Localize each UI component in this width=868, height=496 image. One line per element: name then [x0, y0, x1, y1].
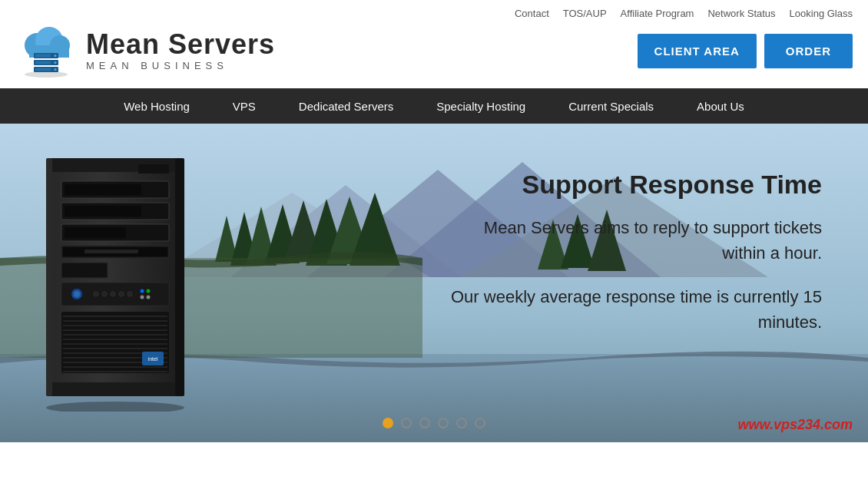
svg-point-7: [55, 55, 57, 57]
svg-rect-12: [35, 68, 51, 71]
header-buttons: CLIENT AREA ORDER: [638, 34, 853, 68]
nav-web-hosting[interactable]: Web Hosting: [102, 88, 211, 124]
svg-point-57: [119, 292, 124, 296]
watermark: www.vps234.com: [738, 417, 853, 433]
logo-subtitle: MEAN BUSINESS: [86, 60, 275, 71]
nav-dedicated-servers[interactable]: Dedicated Servers: [277, 88, 415, 124]
svg-point-62: [147, 296, 151, 299]
svg-rect-36: [175, 158, 184, 396]
svg-rect-49: [84, 250, 138, 253]
tos-link[interactable]: TOS/AUP: [563, 8, 607, 19]
svg-point-10: [55, 61, 57, 64]
svg-point-59: [141, 289, 144, 293]
logo-title: Mean Servers: [86, 31, 275, 58]
svg-rect-40: [138, 164, 169, 174]
nav-about-us[interactable]: About Us: [675, 88, 766, 124]
hero-body2: Our weekly average response time is curr…: [438, 284, 822, 335]
svg-rect-6: [35, 55, 51, 58]
hero-text-block: Support Response Time Mean Servers aims …: [438, 170, 822, 335]
logo-icon: [15, 24, 77, 78]
network-status-link[interactable]: Network Status: [707, 8, 775, 19]
svg-point-55: [102, 292, 107, 296]
main-navbar: Web Hosting VPS Dedicated Servers Specia…: [0, 88, 868, 124]
svg-text:intel: intel: [148, 356, 158, 362]
svg-rect-42: [65, 184, 141, 195]
svg-point-60: [147, 289, 151, 293]
logo-area: Mean Servers MEAN BUSINESS: [15, 24, 275, 78]
nav-vps[interactable]: VPS: [211, 88, 277, 124]
server-tower: intel: [23, 143, 223, 404]
slider-dot-6[interactable]: [475, 418, 485, 428]
logo-text: Mean Servers MEAN BUSINESS: [86, 31, 275, 71]
svg-rect-50: [61, 263, 108, 278]
hero-title: Support Response Time: [438, 170, 822, 200]
svg-point-56: [111, 292, 115, 296]
svg-point-58: [128, 292, 132, 296]
hero-body1: Mean Servers aims to reply to support ti…: [438, 215, 822, 266]
slider-dots: [383, 418, 485, 428]
svg-point-54: [94, 292, 98, 296]
slider-dot-3[interactable]: [419, 418, 430, 428]
slider-dot-4[interactable]: [438, 418, 449, 428]
svg-rect-39: [52, 382, 175, 396]
affiliate-link[interactable]: Affiliate Program: [621, 8, 694, 19]
server-svg: intel: [23, 143, 207, 412]
svg-point-33: [46, 402, 184, 412]
site-header: Mean Servers MEAN BUSINESS CLIENT AREA O…: [0, 24, 868, 88]
svg-rect-46: [65, 227, 126, 238]
slider-dot-1[interactable]: [383, 418, 393, 428]
svg-point-0: [25, 71, 68, 78]
svg-point-61: [141, 296, 144, 299]
slider-dot-2[interactable]: [401, 418, 412, 428]
svg-rect-9: [35, 61, 51, 64]
hero-slider: intel Support Response Time Mean Servers…: [0, 124, 868, 442]
svg-point-53: [74, 291, 80, 297]
svg-rect-35: [46, 158, 52, 396]
slider-dot-5[interactable]: [456, 418, 467, 428]
contact-link[interactable]: Contact: [515, 8, 549, 19]
nav-current-specials[interactable]: Current Specials: [547, 88, 675, 124]
looking-glass-link[interactable]: Looking Glass: [790, 8, 853, 19]
top-links-bar: Contact TOS/AUP Affiliate Program Networ…: [0, 0, 868, 24]
nav-specialty-hosting[interactable]: Specialty Hosting: [415, 88, 547, 124]
svg-rect-44: [65, 206, 141, 217]
order-button[interactable]: ORDER: [764, 34, 853, 68]
client-area-button[interactable]: CLIENT AREA: [638, 34, 757, 68]
svg-point-13: [55, 68, 57, 71]
